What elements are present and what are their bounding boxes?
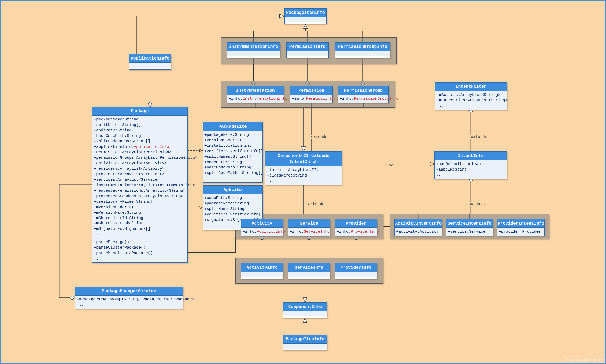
edge-label-use: use (386, 163, 394, 167)
class-applicationinfo: ApplicationInfo (129, 54, 171, 70)
class-attrs: -mActions:ArrayList<String>-mCategories:… (435, 91, 507, 110)
class-provider: Provider +info:ProviderInfo (335, 219, 377, 236)
edge-label-extends: extends (468, 202, 485, 206)
class-attrs: +hasDefault:boolean+labelRes:int... (435, 160, 507, 179)
class-title: ApkLite (203, 186, 263, 194)
class-title: ComponentInfo (283, 303, 327, 311)
class-ops: +parsePackage()+parseClusterPackage()+pa… (92, 238, 187, 262)
class-title: Service (288, 219, 330, 228)
class-service: Service +info:ServiceInfo (288, 219, 330, 236)
class-serviceintentinfo: ServiceIntentInfo +service:Service (446, 219, 493, 236)
class-activity: Activity +info:ActivityInfo (241, 219, 283, 236)
class-title: ProviderIntentInfo (497, 219, 545, 228)
class-title: Activity (241, 219, 283, 228)
class-packageiteminfo-top: PackageItemInfo (284, 8, 327, 24)
class-title: PermissionGroup (338, 86, 389, 95)
class-body-blank (285, 17, 327, 22)
class-permissioninfo: PermissionInfo (286, 42, 329, 58)
class-title: Component<II extends IntentInfo> (265, 152, 341, 166)
class-componentinfo: ComponentInfo (283, 302, 327, 318)
class-title: PackageItemInfo (283, 335, 327, 343)
class-attrs: +service:Service (446, 228, 493, 236)
class-component: Component<II extends IntentInfo> +intent… (265, 151, 342, 185)
class-title: ActivityInfo (241, 263, 283, 272)
class-title: IntentFilter (435, 83, 507, 91)
class-attrs: +mPackages:ArrayMap<String, PackageParse… (75, 295, 183, 309)
class-title: ApplicationInfo (129, 54, 171, 63)
class-instrumentationinfo: InstrumentationInfo (227, 42, 280, 58)
class-attrs: +packageName:String+versionCode:int+inst… (203, 131, 263, 183)
class-title: InstrumentationInfo (227, 43, 280, 51)
class-attrs: +info:ProviderInfo (335, 228, 377, 236)
class-title: Permission (290, 86, 332, 95)
class-permissiongroupinfo: PermissionGroupInfo (335, 42, 391, 58)
class-title: PackageManagerService (75, 287, 183, 295)
edge-label-extends: extends (470, 135, 488, 139)
class-attrs: +info:PermissionGroupInfo (338, 95, 389, 103)
class-title: Package (92, 107, 187, 115)
class-intentfilter: IntentFilter -mActions:ArrayList<String>… (435, 82, 507, 110)
class-title: ServiceInfo (288, 263, 330, 272)
class-attrs: +info:ActivityInfo (241, 228, 283, 236)
class-title: PermissionInfo (287, 43, 328, 51)
class-title: Provider (335, 219, 377, 228)
class-title: Instrumentation (227, 86, 284, 95)
uml-diagram: PackageItemInfo InstrumentationInfo Perm… (0, 0, 606, 364)
class-title: PackageLite (203, 122, 263, 131)
class-serviceinfo: ServiceInfo (288, 263, 330, 279)
class-attrs: +packageName:String+splitNames:String[]+… (92, 115, 187, 238)
class-attrs: +provider:Provider (497, 228, 545, 236)
class-packageiteminfo-bot: PackageItemInfo (283, 335, 327, 350)
class-title: PermissionGroupInfo (335, 43, 390, 51)
class-attrs: +info:PermissionInfo (290, 95, 332, 103)
class-package: Package +packageName:String+splitNames:S… (92, 107, 187, 263)
edge-label-extends: extends (307, 202, 325, 206)
watermark: https://blog.csdn.net/kiwfy (567, 358, 603, 362)
class-providerintentinfo: ProviderIntentInfo +provider:Provider (497, 219, 545, 236)
class-instrumentation: Instrumentation +info:InstrumentationInf… (227, 86, 284, 103)
edge-label-extends: extends (311, 135, 328, 139)
class-packagelite: PackageLite +packageName:String+versionC… (203, 122, 263, 183)
class-title: ActivityIntentInfo (395, 219, 442, 228)
class-attrs: +info:InstrumentationInfo (227, 95, 284, 103)
class-title: ProviderInfo (335, 263, 377, 272)
class-attrs: +activity:Activity (395, 228, 442, 236)
class-activityintentinfo: ActivityIntentInfo +activity:Activity (394, 219, 442, 236)
class-providerinfo: ProviderInfo (335, 263, 377, 279)
class-activityinfo: ActivityInfo (241, 263, 283, 279)
class-permissiongroup: PermissionGroup +info:PermissionGroupInf… (338, 86, 389, 103)
class-title: IntentInfo (435, 152, 507, 160)
class-attrs: +info:ServiceInfo (288, 228, 330, 236)
class-title: PackageItemInfo (285, 9, 327, 17)
class-title: ServiceIntentInfo (446, 219, 493, 228)
class-intentinfo: IntentInfo +hasDefault:boolean+labelRes:… (434, 151, 507, 179)
class-attrs: +intents:ArrayList<II>+className:String.… (265, 166, 341, 185)
class-packagemanagerservice: PackageManagerService +mPackages:ArrayMa… (75, 287, 183, 309)
class-permission: Permission +info:PermissionInfo (290, 86, 333, 103)
